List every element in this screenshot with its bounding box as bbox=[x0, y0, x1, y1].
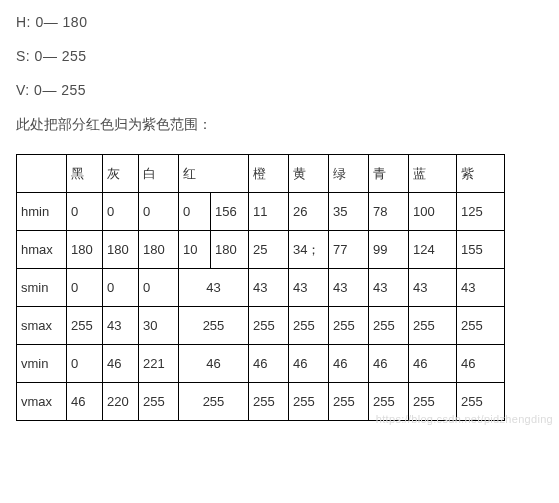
header-cyan: 青 bbox=[369, 155, 409, 193]
cell: 99 bbox=[369, 231, 409, 269]
header-white: 白 bbox=[139, 155, 179, 193]
row-label-smin: smin bbox=[17, 269, 67, 307]
cell: 11 bbox=[249, 193, 289, 231]
row-label-hmax: hmax bbox=[17, 231, 67, 269]
cell: 43 bbox=[369, 269, 409, 307]
table-row: hmin 0 0 0 0 156 11 26 35 78 100 125 bbox=[17, 193, 505, 231]
cell: 46 bbox=[179, 345, 249, 383]
cell: 46 bbox=[67, 383, 103, 421]
table-row: smax 255 43 30 255 255 255 255 255 255 2… bbox=[17, 307, 505, 345]
hsv-color-table: 黑 灰 白 红 橙 黄 绿 青 蓝 紫 hmin 0 0 0 0 156 11 … bbox=[16, 154, 505, 421]
cell: 10 bbox=[179, 231, 211, 269]
cell: 43 bbox=[249, 269, 289, 307]
cell: 255 bbox=[249, 383, 289, 421]
cell: 255 bbox=[179, 383, 249, 421]
cell: 255 bbox=[329, 383, 369, 421]
cell: 0 bbox=[67, 345, 103, 383]
cell: 46 bbox=[289, 345, 329, 383]
cell: 43 bbox=[103, 307, 139, 345]
cell: 180 bbox=[103, 231, 139, 269]
cell: 255 bbox=[289, 307, 329, 345]
cell: 155 bbox=[457, 231, 505, 269]
cell: 46 bbox=[249, 345, 289, 383]
row-label-hmin: hmin bbox=[17, 193, 67, 231]
cell: 0 bbox=[67, 269, 103, 307]
cell: 78 bbox=[369, 193, 409, 231]
note-line: 此处把部分红色归为紫色范围： bbox=[16, 116, 559, 134]
cell: 43 bbox=[179, 269, 249, 307]
cell: 255 bbox=[139, 383, 179, 421]
table-row: hmax 180 180 180 10 180 25 34； 77 99 124… bbox=[17, 231, 505, 269]
cell: 46 bbox=[457, 345, 505, 383]
cell: 255 bbox=[179, 307, 249, 345]
cell: 255 bbox=[67, 307, 103, 345]
cell: 30 bbox=[139, 307, 179, 345]
cell: 43 bbox=[457, 269, 505, 307]
cell: 180 bbox=[139, 231, 179, 269]
watermark-text: https://blog.csdn.net/pidzhengding bbox=[376, 413, 553, 425]
row-label-vmax: vmax bbox=[17, 383, 67, 421]
table-row: smin 0 0 0 43 43 43 43 43 43 43 bbox=[17, 269, 505, 307]
cell: 0 bbox=[103, 269, 139, 307]
header-blue: 蓝 bbox=[409, 155, 457, 193]
cell: 255 bbox=[289, 383, 329, 421]
cell: 43 bbox=[329, 269, 369, 307]
cell: 255 bbox=[249, 307, 289, 345]
cell: 255 bbox=[329, 307, 369, 345]
table-row: vmin 0 46 221 46 46 46 46 46 46 46 bbox=[17, 345, 505, 383]
cell: 125 bbox=[457, 193, 505, 231]
range-line-s: S: 0— 255 bbox=[16, 48, 559, 64]
range-line-v: V: 0— 255 bbox=[16, 82, 559, 98]
cell: 0 bbox=[139, 269, 179, 307]
cell: 255 bbox=[369, 307, 409, 345]
cell: 124 bbox=[409, 231, 457, 269]
cell: 255 bbox=[457, 307, 505, 345]
cell: 0 bbox=[67, 193, 103, 231]
range-line-h: H: 0— 180 bbox=[16, 14, 559, 30]
cell: 77 bbox=[329, 231, 369, 269]
header-green: 绿 bbox=[329, 155, 369, 193]
cell: 46 bbox=[103, 345, 139, 383]
cell: 180 bbox=[211, 231, 249, 269]
cell: 34； bbox=[289, 231, 329, 269]
cell: 0 bbox=[179, 193, 211, 231]
cell: 156 bbox=[211, 193, 249, 231]
cell: 43 bbox=[409, 269, 457, 307]
header-gray: 灰 bbox=[103, 155, 139, 193]
cell: 26 bbox=[289, 193, 329, 231]
header-purple: 紫 bbox=[457, 155, 505, 193]
cell: 43 bbox=[289, 269, 329, 307]
cell: 180 bbox=[67, 231, 103, 269]
cell: 220 bbox=[103, 383, 139, 421]
cell: 35 bbox=[329, 193, 369, 231]
cell: 0 bbox=[139, 193, 179, 231]
cell: 46 bbox=[369, 345, 409, 383]
cell: 25 bbox=[249, 231, 289, 269]
cell: 255 bbox=[409, 307, 457, 345]
cell: 221 bbox=[139, 345, 179, 383]
cell: 46 bbox=[409, 345, 457, 383]
header-yellow: 黄 bbox=[289, 155, 329, 193]
header-blank bbox=[17, 155, 67, 193]
row-label-smax: smax bbox=[17, 307, 67, 345]
header-black: 黑 bbox=[67, 155, 103, 193]
cell: 100 bbox=[409, 193, 457, 231]
header-red: 红 bbox=[179, 155, 249, 193]
header-orange: 橙 bbox=[249, 155, 289, 193]
row-label-vmin: vmin bbox=[17, 345, 67, 383]
cell: 46 bbox=[329, 345, 369, 383]
cell: 0 bbox=[103, 193, 139, 231]
table-header-row: 黑 灰 白 红 橙 黄 绿 青 蓝 紫 bbox=[17, 155, 505, 193]
